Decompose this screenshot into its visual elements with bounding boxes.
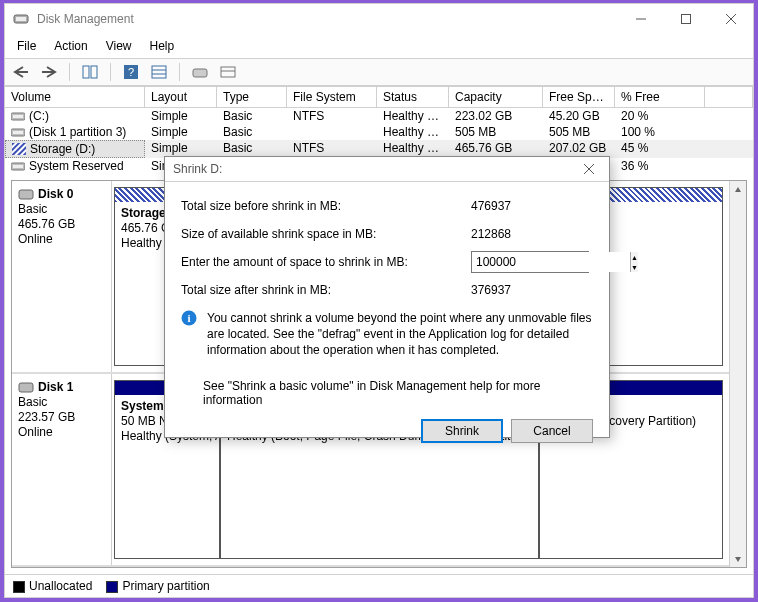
disk-kind: Basic bbox=[18, 395, 105, 409]
volume-layout: Simple bbox=[145, 108, 217, 124]
table-row[interactable]: (C:)SimpleBasicNTFSHealthy (B...223.02 G… bbox=[5, 108, 753, 124]
svg-rect-16 bbox=[221, 67, 235, 77]
scroll-down-icon[interactable] bbox=[730, 550, 746, 567]
svg-rect-3 bbox=[681, 15, 690, 24]
disk-kind: Basic bbox=[18, 202, 105, 216]
scrollbar-vertical[interactable] bbox=[729, 181, 746, 567]
svg-text:?: ? bbox=[128, 66, 134, 78]
svg-rect-28 bbox=[19, 383, 33, 392]
label-total-before: Total size before shrink in MB: bbox=[181, 199, 471, 213]
volume-fs: NTFS bbox=[287, 108, 377, 124]
app-icon bbox=[13, 11, 29, 27]
volume-pct: 20 % bbox=[615, 108, 705, 124]
col-status[interactable]: Status bbox=[377, 86, 449, 107]
shrink-amount-spinner[interactable]: ▲ ▼ bbox=[471, 251, 589, 273]
disk-state: Online bbox=[18, 232, 105, 246]
svg-rect-26 bbox=[13, 165, 23, 168]
volume-free: 505 MB bbox=[543, 124, 615, 140]
svg-rect-12 bbox=[152, 66, 166, 78]
volume-icon bbox=[12, 143, 26, 155]
value-available: 212868 bbox=[471, 227, 589, 241]
volume-type: Basic bbox=[217, 124, 287, 140]
help-icon[interactable]: ? bbox=[119, 62, 143, 82]
disk-size: 465.76 GB bbox=[18, 217, 105, 231]
disk-label[interactable]: Disk 0Basic465.76 GBOnline bbox=[12, 181, 112, 372]
volume-type: Basic bbox=[217, 108, 287, 124]
menubar: File Action View Help bbox=[5, 34, 753, 58]
svg-rect-8 bbox=[83, 66, 89, 78]
dialog-titlebar[interactable]: Shrink D: bbox=[165, 157, 609, 182]
col-capacity[interactable]: Capacity bbox=[449, 86, 543, 107]
svg-rect-15 bbox=[193, 69, 207, 77]
volume-status: Healthy (R... bbox=[377, 124, 449, 140]
scroll-up-icon[interactable] bbox=[730, 181, 746, 198]
volume-pct: 45 % bbox=[615, 140, 705, 158]
layout-icon[interactable] bbox=[78, 62, 102, 82]
svg-rect-22 bbox=[12, 143, 26, 155]
volume-name: (Disk 1 partition 3) bbox=[29, 125, 126, 139]
back-icon[interactable] bbox=[9, 62, 33, 82]
maximize-button[interactable] bbox=[663, 4, 708, 34]
label-total-after: Total size after shrink in MB: bbox=[181, 283, 471, 297]
volume-fs bbox=[287, 124, 377, 140]
refresh-icon[interactable] bbox=[188, 62, 212, 82]
disk-state: Online bbox=[18, 425, 105, 439]
volume-pct: 36 % bbox=[615, 158, 705, 174]
volume-capacity: 223.02 GB bbox=[449, 108, 543, 124]
table-row[interactable]: (Disk 1 partition 3)SimpleBasicHealthy (… bbox=[5, 124, 753, 140]
disk-icon bbox=[18, 187, 34, 201]
col-filesystem[interactable]: File System bbox=[287, 86, 377, 107]
settings-icon[interactable] bbox=[147, 62, 171, 82]
col-volume[interactable]: Volume bbox=[5, 86, 145, 107]
svg-rect-19 bbox=[13, 115, 23, 118]
col-layout[interactable]: Layout bbox=[145, 86, 217, 107]
legend-unallocated: Unallocated bbox=[13, 579, 92, 593]
volume-name: Storage (D:) bbox=[30, 142, 95, 156]
volume-icon bbox=[11, 110, 25, 122]
more-info-text: See "Shrink a basic volume" in Disk Mana… bbox=[203, 379, 593, 407]
disk-label[interactable]: Disk 1Basic223.57 GBOnline bbox=[12, 374, 112, 565]
forward-icon[interactable] bbox=[37, 62, 61, 82]
volume-layout: Simple bbox=[145, 124, 217, 140]
disk-title: Disk 0 bbox=[38, 187, 73, 201]
disk-icon bbox=[18, 380, 34, 394]
spinner-up-icon[interactable]: ▲ bbox=[631, 252, 638, 262]
info-icon: i bbox=[181, 310, 199, 359]
info-text: You cannot shrink a volume beyond the po… bbox=[207, 310, 593, 359]
close-button[interactable] bbox=[708, 4, 753, 34]
menu-help[interactable]: Help bbox=[142, 36, 183, 56]
disk-size: 223.57 GB bbox=[18, 410, 105, 424]
svg-rect-21 bbox=[13, 131, 23, 134]
toolbar: ? bbox=[5, 58, 753, 86]
col-pctfree[interactable]: % Free bbox=[615, 86, 705, 107]
spinner-down-icon[interactable]: ▼ bbox=[631, 262, 638, 272]
volume-capacity: 505 MB bbox=[449, 124, 543, 140]
volume-name: (C:) bbox=[29, 109, 49, 123]
shrink-amount-input[interactable] bbox=[472, 252, 630, 272]
menu-view[interactable]: View bbox=[98, 36, 140, 56]
label-enter-amount: Enter the amount of space to shrink in M… bbox=[181, 255, 471, 269]
col-extra[interactable] bbox=[705, 86, 753, 107]
menu-action[interactable]: Action bbox=[46, 36, 95, 56]
shrink-dialog: Shrink D: Total size before shrink in MB… bbox=[164, 156, 610, 438]
menu-file[interactable]: File bbox=[9, 36, 44, 56]
volume-icon bbox=[11, 126, 25, 138]
volume-free: 45.20 GB bbox=[543, 108, 615, 124]
shrink-button[interactable]: Shrink bbox=[421, 419, 503, 443]
cancel-button[interactable]: Cancel bbox=[511, 419, 593, 443]
label-available: Size of available shrink space in MB: bbox=[181, 227, 471, 241]
col-free[interactable]: Free Spa... bbox=[543, 86, 615, 107]
svg-rect-9 bbox=[91, 66, 97, 78]
titlebar: Disk Management bbox=[5, 4, 753, 34]
properties-icon[interactable] bbox=[216, 62, 240, 82]
svg-rect-1 bbox=[16, 17, 26, 21]
volume-name: System Reserved bbox=[29, 159, 124, 173]
svg-text:i: i bbox=[187, 312, 190, 324]
legend: Unallocated Primary partition bbox=[5, 574, 753, 597]
window-title: Disk Management bbox=[37, 12, 134, 26]
dialog-close-icon[interactable] bbox=[577, 157, 601, 181]
volume-status: Healthy (B... bbox=[377, 108, 449, 124]
minimize-button[interactable] bbox=[618, 4, 663, 34]
col-type[interactable]: Type bbox=[217, 86, 287, 107]
svg-rect-27 bbox=[19, 190, 33, 199]
